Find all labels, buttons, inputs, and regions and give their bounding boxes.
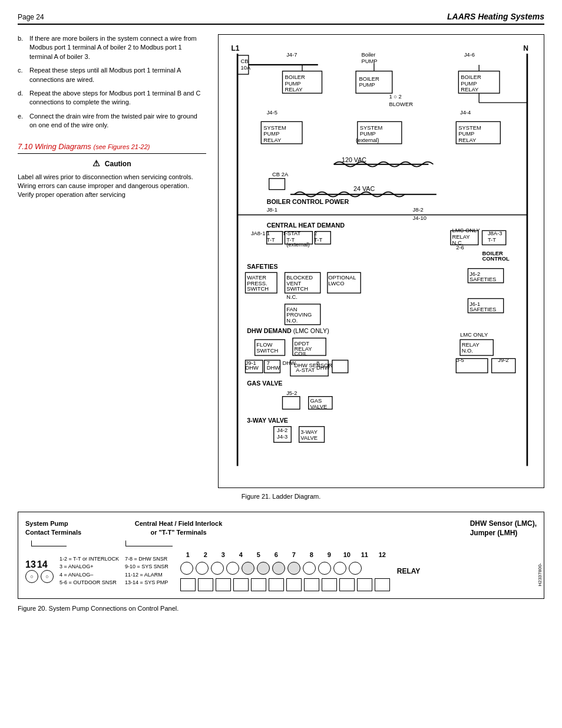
svg-text:J4-2: J4-2 xyxy=(277,427,287,433)
term-label-5: 5 xyxy=(251,551,266,558)
page-header: Page 24 LAARS Heating Systems xyxy=(18,12,544,25)
svg-text:3-5: 3-5 xyxy=(456,357,464,363)
terminal-4-circle xyxy=(226,562,239,575)
svg-text:3-WAY VALVE: 3-WAY VALVE xyxy=(247,417,288,424)
legend-line-8: 13-14 = SYS PMP xyxy=(125,579,168,587)
left-column: b. If there are more boilers in the syst… xyxy=(18,34,206,488)
svg-text:RELAY: RELAY xyxy=(263,137,282,143)
section-heading: 7.10 Wiring Diagrams (see Figures 21-22) xyxy=(18,142,206,154)
svg-text:PUMP: PUMP xyxy=(285,81,301,87)
svg-text:J8-2: J8-2 xyxy=(413,207,424,213)
header-dhw-sensor: DHW Sensor (LMC), Jumper (LMH) xyxy=(470,519,537,538)
svg-text:DHW: DHW xyxy=(246,365,259,371)
svg-text:T-T: T-T xyxy=(488,237,496,243)
terminal-6-circle xyxy=(257,562,270,575)
list-label-b: b. xyxy=(18,34,29,61)
svg-text:J8-1: J8-1 xyxy=(267,207,277,213)
svg-text:A-STAT: A-STAT xyxy=(296,367,315,373)
svg-text:PUMP: PUMP xyxy=(359,82,375,88)
svg-text:PUMP: PUMP xyxy=(458,131,474,137)
legend-line-1: 1-2 = T-T or INTERLOCK xyxy=(59,555,119,564)
large-terminal-circles: ○ ○ xyxy=(25,570,54,583)
svg-text:CENTRAL HEAT DEMAND: CENTRAL HEAT DEMAND xyxy=(267,222,345,229)
svg-text:J4-4: J4-4 xyxy=(460,110,471,116)
legend-right: 7-8 = DHW SNSR 9-10 = SYS SNSR 11-12 = A… xyxy=(125,555,168,587)
svg-text:SWITCH: SWITCH xyxy=(256,348,278,354)
terminal-12-square xyxy=(375,578,390,591)
legend-line-4: 5-6 = OUTDOOR SNSR xyxy=(59,579,119,587)
svg-text:J4-10: J4-10 xyxy=(413,215,427,221)
term-label-11: 11 xyxy=(357,551,372,558)
terminal-13-circle: ○ xyxy=(25,570,38,583)
ladder-diagram-box: L1 N CB 10A J4-7 BOILER PUMP RELAY Boile… xyxy=(218,34,544,488)
list-item-e: e. Connect the drain wire from the twist… xyxy=(18,112,206,130)
list-text-e: Connect the drain wire from the twisted … xyxy=(29,112,206,130)
page-container: Page 24 LAARS Heating Systems b. If ther… xyxy=(0,0,562,624)
svg-text:BOILER CONTROL POWER: BOILER CONTROL POWER xyxy=(267,198,349,205)
svg-text:CB 2A: CB 2A xyxy=(272,172,289,177)
svg-text:J4-5: J4-5 xyxy=(267,110,277,116)
list-label-c: c. xyxy=(18,66,29,84)
terminal-9-circle xyxy=(303,562,316,575)
svg-text:BOILER: BOILER xyxy=(359,76,379,82)
list-label-d: d. xyxy=(18,89,29,107)
header-system-pump: System Pump Contact Terminals xyxy=(25,519,120,538)
large-terminal-group: 13 14 ○ ○ xyxy=(25,559,54,583)
svg-text:(external): (external) xyxy=(356,137,379,143)
svg-text:N.C.: N.C. xyxy=(286,294,297,300)
header-central-heat: Central Heat / Field Interlock or "T-T" … xyxy=(120,519,237,538)
terminal-14-circle: ○ xyxy=(41,570,54,583)
terminal-6-square xyxy=(269,578,284,591)
svg-text:BOILER: BOILER xyxy=(461,74,481,80)
terminal-squares-row xyxy=(180,578,390,591)
legend-line-2: 3 = ANALOG+ xyxy=(59,563,119,571)
svg-text:DHW: DHW xyxy=(267,365,280,371)
svg-text:BLOWER: BLOWER xyxy=(389,101,413,107)
svg-text:T-T: T-T xyxy=(267,237,275,243)
svg-text:PUMP: PUMP xyxy=(263,131,279,137)
list-item-c: c. Repeat these steps until all Modbus p… xyxy=(18,66,206,84)
svg-text:SWITCH: SWITCH xyxy=(247,286,269,292)
legend-left: 1-2 = T-T or INTERLOCK 3 = ANALOG+ 4 = A… xyxy=(59,555,119,587)
term-label-10: 10 xyxy=(339,551,355,558)
page-number: Page 24 xyxy=(18,13,44,21)
terminal-8-square xyxy=(304,578,319,591)
figure20-diagram: System Pump Contact Terminals Central He… xyxy=(18,512,544,598)
caution-triangle-icon: ⚠ xyxy=(92,159,100,168)
list-label-e: e. xyxy=(18,112,29,130)
svg-text:10A: 10A xyxy=(240,65,250,71)
term-label-9: 9 xyxy=(322,551,337,558)
part-number: H2337800- xyxy=(537,563,543,587)
figure20-caption: Figure 20. System Pump Connections on Co… xyxy=(18,605,544,612)
svg-text:J4-7: J4-7 xyxy=(286,52,297,58)
term-label-1: 1 xyxy=(180,551,196,558)
term-label-7: 7 xyxy=(286,551,302,558)
svg-text:N: N xyxy=(523,44,528,52)
terminal-13-label: 13 xyxy=(25,559,36,570)
svg-text:BOILER: BOILER xyxy=(285,74,306,80)
list-text-b: If there are more boilers in the system … xyxy=(29,34,206,61)
terminal-4-square xyxy=(233,578,249,591)
svg-text:COIL: COIL xyxy=(295,351,308,357)
legend-line-6: 9-10 = SYS SNSR xyxy=(125,563,168,571)
caution-box: ⚠ Caution xyxy=(18,159,206,168)
svg-text:24 VAC: 24 VAC xyxy=(353,185,375,192)
ladder-diagram-svg: L1 N CB 10A J4-7 BOILER PUMP RELAY Boile… xyxy=(223,39,539,482)
terminal-9-square xyxy=(322,578,337,591)
caution-title: ⚠ Caution xyxy=(18,159,206,168)
relay-label: RELAY xyxy=(397,567,421,575)
terminal-8-circle xyxy=(287,562,300,575)
terminal-12-circle xyxy=(349,562,362,575)
svg-text:SAFETIES: SAFETIES xyxy=(470,307,496,312)
svg-text:LWCO: LWCO xyxy=(328,281,344,286)
company-name: LAARS Heating Systems xyxy=(447,12,544,21)
bottom-headers: System Pump Contact Terminals Central He… xyxy=(25,519,537,538)
svg-text:VALVE: VALVE xyxy=(300,435,318,441)
list-text-c: Repeat these steps until all Modbus port… xyxy=(29,66,206,84)
list-text-d: Repeat the above steps for Modbus port 1… xyxy=(29,89,206,107)
terminal-row: 13 14 ○ ○ 1-2 = T-T or INTERLOCK 3 = ANA… xyxy=(25,551,537,591)
svg-text:DHW: DHW xyxy=(316,365,330,371)
svg-rect-47 xyxy=(269,179,285,190)
terminal-3-square xyxy=(216,578,231,591)
terminal-7-circle xyxy=(272,562,285,575)
